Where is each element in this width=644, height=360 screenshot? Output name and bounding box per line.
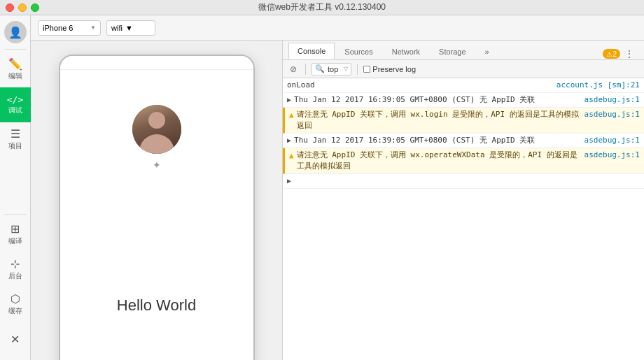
console-text-2: Thu Jan 12 2017 16:39:05 GMT+0800 (CST) … [294,135,581,146]
warning-badge: ⚠ 2 [603,49,620,59]
tab-console[interactable]: Console [288,43,335,59]
cache-icon: ⬡ [10,294,20,305]
project-icon: ☰ [10,129,20,140]
backend-icon: ⊹ [10,259,20,270]
console-source-onload[interactable]: account.js [sm]:21 [556,80,640,91]
preserve-log-label[interactable]: Preserve log [363,65,416,73]
warning-icon-1: ▲ [289,110,294,121]
sidebar-label-debug: 调试 [8,106,22,115]
clear-console-button[interactable]: ⊘ [287,63,300,75]
sidebar: 👤 ✏️ 编辑 </> 调试 ☰ 项目 ⊞ 编译 ⊹ 后台 ⬡ 缓存 ✕ [0,15,31,360]
phone-avatar-image [132,105,181,154]
console-row-warning-2[interactable]: ▲ 请注意无 AppID 关联下，调用 wx.operateWXData 是受限… [283,148,644,174]
devtools-content: onLoad account.js [sm]:21 ▶ Thu Jan 12 2… [283,78,644,360]
sidebar-item-project[interactable]: ☰ 项目 [0,122,31,157]
device-value: iPhone 6 [43,24,73,32]
phone-hello-world: Hello World [117,296,196,315]
console-source-2[interactable]: asdebug.js:1 [584,135,640,146]
console-text-warning-2: 请注意无 AppID 关联下，调用 wx.operateWXData 是受限的，… [297,150,582,172]
main-content: 👤 ✏️ 编辑 </> 调试 ☰ 项目 ⊞ 编译 ⊹ 后台 ⬡ 缓存 ✕ [0,15,644,360]
console-source-1[interactable]: asdebug.js:1 [584,94,640,106]
close-icon: ✕ [10,334,20,345]
console-text-onload: onLoad [287,80,554,91]
console-text-warning-1: 请注意无 AppID 关联下，调用 wx.login 是受限的，API 的返回是… [297,109,582,131]
sidebar-item-cache[interactable]: ⬡ 缓存 [0,287,31,322]
device-chevron-icon: ▼ [90,24,96,31]
phone-icon-below: ✦ [153,159,161,171]
devtools-top-right: ⚠ 2 ⋮ [603,48,638,59]
preserve-log-checkbox[interactable] [363,66,370,73]
tab-more[interactable]: » [476,43,498,59]
sidebar-label-compile: 编译 [8,236,22,246]
sidebar-divider2 [4,214,27,215]
network-select[interactable]: wifi ▼ [106,20,155,36]
filter-icon: 🔍 [315,64,325,73]
phone-content: ✦ Hello World [60,70,253,360]
console-row-warning-1[interactable]: ▲ 请注意无 AppID 关联下，调用 wx.login 是受限的，API 的返… [283,108,644,134]
window-title: 微信web开发者工具 v0.12.130400 [258,1,386,13]
sidebar-label-cache: 缓存 [8,306,22,316]
sidebar-item-backend[interactable]: ⊹ 后台 [0,252,31,287]
maximize-button[interactable] [31,3,39,12]
sidebar-label-project: 项目 [8,141,22,151]
device-bar: iPhone 6 ▼ wifi ▼ [31,15,644,41]
expand-icon-1[interactable]: ▶ [287,94,291,106]
tab-network[interactable]: Network [383,43,429,59]
avatar-placeholder: 👤 [8,26,22,39]
console-source-warning-2[interactable]: asdebug.js:1 [584,150,640,161]
sidebar-item-debug[interactable]: </> 调试 [0,87,31,122]
devtools-toolbar: ⊘ 🔍 top ▽ Preserve log [283,60,644,78]
sidebar-label-edit: 编辑 [8,71,22,81]
separator2 [357,64,358,75]
minimize-button[interactable] [18,3,27,12]
console-source-warning-1[interactable]: asdebug.js:1 [584,109,640,120]
tab-storage[interactable]: Storage [430,43,475,59]
kebab-menu-icon[interactable]: ⋮ [624,48,634,59]
network-value: wifi [111,24,122,32]
filter-value: top [328,65,338,73]
preserve-log-text: Preserve log [372,65,416,73]
device-select[interactable]: iPhone 6 ▼ [38,20,101,36]
sidebar-item-compile[interactable]: ⊞ 编译 [0,217,31,252]
console-row-1[interactable]: ▶ Thu Jan 12 2017 16:39:05 GMT+0800 (CST… [283,93,644,108]
warning-icon: ⚠ [606,50,612,58]
expand-bottom-icon[interactable]: ▶ [287,175,291,187]
sidebar-item-close[interactable]: ✕ [0,322,31,357]
edit-icon: ✏️ [8,59,22,70]
network-chevron-icon: ▼ [125,24,133,32]
console-row-2[interactable]: ▶ Thu Jan 12 2017 16:39:05 GMT+0800 (CST… [283,134,644,148]
phone-frame: ✦ Hello World [59,55,255,360]
console-row-expand[interactable]: ▶ [283,174,644,189]
expand-icon-2[interactable]: ▶ [287,135,291,146]
compile-icon: ⊞ [10,224,20,235]
devtools-panel: Console Sources Network Storage » [283,41,644,360]
content-area: ✦ Hello World Console Sources Network [31,41,644,360]
console-text-1: Thu Jan 12 2017 16:39:05 GMT+0800 (CST) … [294,94,581,106]
console-row-onload[interactable]: onLoad account.js [sm]:21 [283,78,644,93]
warning-icon-2: ▲ [289,150,294,161]
separator1 [305,64,306,75]
titlebar: 微信web开发者工具 v0.12.130400 [0,0,644,15]
phone-status-bar [60,56,253,70]
sidebar-label-backend: 后台 [8,271,22,281]
devtools-tabs: Console Sources Network Storage » [283,41,644,60]
filter-input-wrapper[interactable]: 🔍 top ▽ [312,63,351,75]
debug-icon: </> [7,95,23,104]
phone-avatar [132,105,181,154]
avatar[interactable]: 👤 [4,21,27,43]
tab-sources[interactable]: Sources [335,43,382,59]
traffic-lights [6,3,39,12]
sidebar-item-edit[interactable]: ✏️ 编辑 [0,52,31,87]
warning-count: 2 [612,50,617,58]
filter-chevron-icon: ▽ [344,66,348,72]
sidebar-divider [4,49,27,50]
clear-icon: ⊘ [290,64,297,74]
close-button[interactable] [6,3,14,12]
phone-preview: ✦ Hello World [31,41,283,360]
